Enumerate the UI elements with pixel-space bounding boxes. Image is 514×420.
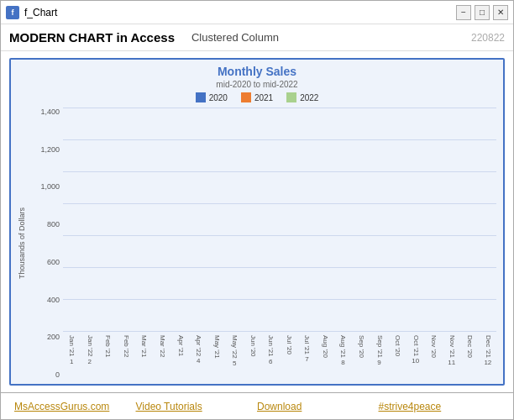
legend-color-box (241, 92, 251, 102)
x-label-group: Jul '20 (281, 335, 298, 379)
x-label: Oct '21 (412, 335, 419, 356)
footer-link[interactable]: MsAccessGurus.com (14, 401, 136, 412)
chart-container: Monthly Sales mid-2020 to mid-2022 20202… (9, 58, 505, 386)
chart-title: Monthly Sales (18, 65, 496, 78)
x-label-group: Aug '218 (334, 335, 352, 379)
legend-label: 2021 (254, 93, 273, 102)
x-label: Aug '21 (339, 335, 346, 358)
chart-subtitle: mid-2020 to mid-2022 (18, 80, 496, 89)
x-label-group: Jun '20 (244, 335, 261, 379)
legend: 202020212022 (18, 92, 496, 102)
x-label-num: 1 (70, 358, 73, 365)
y-tick: 1,200 (40, 145, 60, 154)
maximize-button[interactable]: □ (475, 5, 490, 20)
x-label-group: May '21 (207, 335, 225, 379)
x-label: Jul '20 (286, 335, 292, 354)
y-tick: 800 (47, 220, 60, 228)
x-label: Aug '20 (322, 335, 328, 358)
x-label-group: Dec '20 (461, 335, 479, 379)
header-bar: MODERN CHART in Access Clustered Column … (1, 24, 513, 51)
x-label-group: Apr '21 (171, 335, 189, 379)
x-label-group: Jun '216 (262, 335, 280, 379)
x-label-group: Oct '20 (389, 335, 406, 379)
window-controls: − □ ✕ (456, 5, 508, 20)
x-label: May '22 (231, 335, 238, 359)
x-label: Feb '22 (123, 335, 129, 357)
x-label: Nov '21 (448, 335, 455, 358)
header-subtitle: Clustered Column (191, 31, 471, 44)
x-axis: Jan '211Jan '222Feb '21Feb '22Mar '21Mar… (63, 335, 496, 379)
title-bar-left: f f_Chart (6, 6, 57, 19)
x-label: Sep '21 (376, 335, 383, 358)
x-label-num: 11 (448, 359, 455, 366)
x-label: Jun '21 (267, 335, 274, 357)
x-label-group: Mar '21 (135, 335, 153, 379)
minimize-button[interactable]: − (456, 5, 471, 20)
x-label-num: 10 (412, 357, 419, 365)
y-tick: 200 (47, 333, 60, 341)
x-label: Nov '20 (430, 335, 437, 358)
chart-plot: Jan '211Jan '222Feb '21Feb '22Mar '21Mar… (63, 108, 496, 379)
bars-row (63, 108, 496, 333)
legend-label: 2020 (209, 93, 228, 102)
main-window: f f_Chart − □ ✕ MODERN CHART in Access C… (0, 0, 514, 420)
legend-item: 2020 (196, 92, 228, 102)
footer-link[interactable]: #strive4peace (379, 401, 501, 412)
x-label-group: Nov '2111 (443, 335, 460, 379)
x-label-group: Mar '22 (154, 335, 171, 379)
y-tick: 400 (47, 296, 60, 304)
chart-area: Monthly Sales mid-2020 to mid-2022 20202… (1, 51, 513, 392)
y-tick: 1,000 (40, 182, 60, 191)
x-label-group: Oct '2110 (406, 335, 424, 379)
x-label: Mar '21 (140, 335, 147, 357)
legend-color-box (196, 92, 206, 102)
legend-item: 2022 (286, 92, 318, 102)
x-label: Dec '21 (485, 335, 491, 358)
chart-body: Thousands of Dollars 1,4001,2001,0008006… (18, 108, 496, 379)
x-label: May '21 (213, 335, 220, 359)
x-label-group: Jan '211 (63, 335, 81, 379)
x-label: Jan '21 (68, 335, 75, 357)
x-label-group: Apr '224 (190, 335, 207, 379)
legend-color-box (286, 92, 296, 102)
x-label-group: Jul '217 (298, 335, 316, 379)
footer-link[interactable]: Video Tutorials (136, 401, 258, 412)
legend-label: 2022 (300, 93, 318, 102)
x-label-group: Dec '2112 (480, 335, 497, 379)
x-label-group: Sep '219 (370, 335, 388, 379)
y-tick: 0 (55, 370, 60, 379)
x-label: Dec '20 (466, 335, 473, 358)
header-title: MODERN CHART in Access (9, 30, 175, 45)
x-label-group: Aug '20 (317, 335, 334, 379)
x-label: Oct '20 (394, 335, 401, 356)
y-axis: 1,4001,2001,0008006004002000 (31, 108, 63, 379)
x-label-num: 12 (484, 359, 491, 366)
y-axis-label: Thousands of Dollars (18, 108, 31, 379)
footer: MsAccessGurus.comVideo TutorialsDownload… (1, 392, 513, 419)
x-label-num: 6 (269, 358, 272, 365)
x-label: Sep '20 (358, 335, 365, 358)
x-label: Apr '21 (177, 335, 184, 356)
x-label-group: Feb '22 (118, 335, 135, 379)
footer-link[interactable]: Download (257, 401, 379, 412)
x-label-num: 4 (197, 357, 200, 365)
x-label: Feb '21 (104, 335, 111, 357)
legend-item: 2021 (241, 92, 273, 102)
x-label-group: Feb '21 (99, 335, 117, 379)
x-label: Jan '22 (87, 335, 93, 357)
x-label: Jul '21 (303, 335, 310, 354)
y-tick: 1,400 (40, 108, 60, 116)
app-icon: f (6, 6, 19, 19)
x-label-num: 2 (88, 358, 92, 365)
x-label: Apr '22 (195, 335, 202, 356)
y-tick: 600 (47, 258, 60, 266)
close-button[interactable]: ✕ (493, 5, 508, 20)
x-label-num: 8 (341, 359, 344, 366)
x-label-num: 7 (305, 355, 308, 363)
x-label: Mar '22 (159, 335, 165, 357)
x-label-num: 9 (377, 359, 380, 366)
x-label-num: 5 (233, 360, 236, 367)
header-code: 220822 (471, 32, 505, 44)
x-label-group: May '225 (226, 335, 244, 379)
x-labels: Jan '211Jan '222Feb '21Feb '22Mar '21Mar… (63, 335, 496, 379)
